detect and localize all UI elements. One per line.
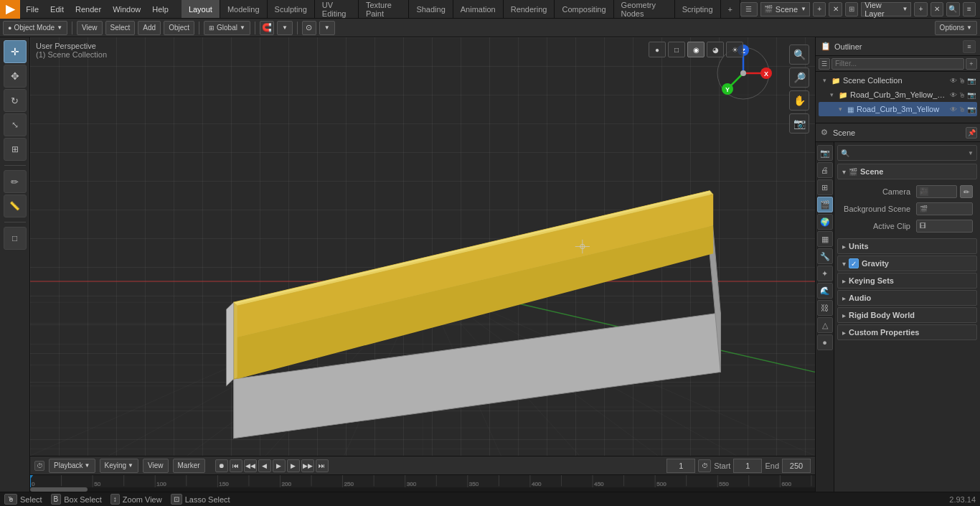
viewlayer-remove-btn[interactable]: ✕ [930,2,943,17]
prop-tab-scene[interactable]: 🎬 [817,197,833,212]
skip-to-end-btn[interactable]: ⏭ [316,459,329,472]
rigid-body-section[interactable]: ▸ Rigid Body World [837,307,977,323]
tab-shading[interactable]: Shading [409,0,453,18]
select-mouse-btn[interactable]: 🖱 [4,494,17,505]
activity-icon[interactable]: ☰ [740,2,758,17]
blender-logo[interactable]: ▶ [0,0,20,19]
tab-scripting[interactable]: Scripting [675,0,721,18]
scale-tool[interactable]: ⤡ [4,113,27,136]
tab-layout[interactable]: Layout [182,0,220,18]
skip-to-start-btn[interactable]: ⏮ [230,459,242,472]
outliner-road-curb-mesh[interactable]: ▾ ▦ Road_Curb_3m_Yellow 👁 🖱 📷 [819,102,977,116]
viewport-shader-btn[interactable]: ● [649,42,666,57]
timeline-icon[interactable]: ⏱ [34,461,44,471]
audio-section[interactable]: ▸ Audio [837,290,977,306]
outliner-view-options[interactable]: ☰ [819,58,830,70]
snap-options[interactable]: ▼ [277,21,293,35]
play-btn[interactable]: ▶ [273,459,286,472]
tab-uv-editing[interactable]: UV Editing [315,0,359,18]
camera-value[interactable]: 🎥 [916,185,957,198]
measure-tool[interactable]: 📏 [4,195,27,217]
start-frame-input[interactable] [733,459,762,473]
snap-toggle[interactable]: 🧲 [260,21,274,35]
prev-frame-btn[interactable]: ◀ [258,459,271,472]
annotate-tool[interactable]: ✏ [4,170,27,193]
zoom-out-btn[interactable]: 🔎 [789,67,809,88]
tab-modeling[interactable]: Modeling [220,0,268,18]
scene-remove-btn[interactable]: ✕ [829,2,842,17]
outliner-new-btn[interactable]: + [966,58,977,70]
rotate-tool[interactable]: ↻ [4,89,27,112]
filter-btn[interactable]: ≡ [963,2,976,17]
box-select-key-btn[interactable]: B [51,494,62,505]
tab-animation[interactable]: Animation [453,0,504,18]
viewlayer-selector[interactable]: View Layer ▼ [861,2,911,17]
transform-tool[interactable]: ⊞ [4,138,27,161]
transform-orientation[interactable]: ⊞ Global ▼ [204,21,250,35]
bg-scene-value[interactable]: 🎬 [916,202,973,215]
fps-btn[interactable]: ⏱ [698,459,711,472]
expand-icon-2[interactable]: ▾ [827,90,836,99]
prop-tab-world[interactable]: 🌍 [817,214,833,230]
render-icon-1[interactable]: 📷 [967,91,976,99]
eye-icon-2[interactable]: 👁 [950,106,957,113]
proportional-options[interactable]: ▼ [319,21,335,35]
prev-keyframe-btn[interactable]: ◀◀ [244,459,257,472]
eye-icon[interactable]: 👁 [950,77,957,85]
tab-texture-paint[interactable]: Texture Paint [359,0,410,18]
outliner-scene-collection[interactable]: ▾ 📁 Scene Collection 👁 🖱 📷 [819,73,977,88]
scene-add-btn[interactable]: + [813,2,826,17]
tab-geometry-nodes[interactable]: Geometry Nodes [614,0,675,18]
prop-tab-data[interactable]: △ [817,317,833,333]
outliner-search-input[interactable] [831,58,964,70]
options-btn[interactable]: Options ▼ [935,21,977,35]
prop-tab-output[interactable]: 🖨 [817,162,833,178]
global-search-btn[interactable]: 🔍 [946,2,959,17]
select-icon[interactable]: 🖱 [958,77,966,85]
prop-tab-object[interactable]: ▦ [817,231,833,247]
gravity-section[interactable]: ▾ ✓ Gravity [837,256,977,271]
scene-section-header[interactable]: ▾ 🎬 Scene [837,164,977,179]
outliner-filter-btn[interactable]: ≡ [963,40,976,53]
camera-view-btn[interactable]: 📷 [789,113,809,133]
proportional-edit[interactable]: ⊙ [302,21,316,35]
tab-rendering[interactable]: Rendering [504,0,555,18]
prop-tab-modifier[interactable]: 🔧 [817,248,833,264]
keying-btn[interactable]: Keying ▼ [100,459,139,473]
prop-tab-constraints[interactable]: ⛓ [817,300,833,316]
record-btn[interactable]: ⏺ [215,459,228,472]
render-icon-2[interactable]: 📷 [967,106,976,113]
lasso-key-btn[interactable]: ⊡ [171,494,182,505]
expand-icon-3[interactable]: ▾ [836,105,844,113]
active-clip-value[interactable]: 🎞 [916,220,973,233]
next-keyframe-btn[interactable]: ▶▶ [301,459,314,472]
menu-help[interactable]: Help [146,0,174,18]
zoom-key-btn[interactable]: ↕ [110,494,120,505]
move-tool[interactable]: ✥ [4,65,27,88]
keying-sets-section[interactable]: ▸ Keying Sets [837,273,977,289]
prop-tab-render[interactable]: 📷 [817,145,833,161]
camera-edit-btn[interactable]: ✏ [960,185,973,198]
object-menu[interactable]: Object [164,21,194,35]
menu-edit[interactable]: Edit [44,0,70,18]
viewport-material-btn[interactable]: ◕ [707,42,724,57]
next-frame-btn[interactable]: ▶ [287,459,300,472]
select-icon-2[interactable]: 🖱 [958,106,966,113]
viewlayer-add-btn[interactable]: + [914,2,927,17]
gravity-checkbox[interactable]: ✓ [849,258,859,268]
menu-window[interactable]: Window [107,0,146,18]
3d-viewport[interactable]: X Y Z 🔍 [30,37,815,456]
scene-selector[interactable]: 🎬 Scene ▼ [760,2,810,17]
tab-sculpting[interactable]: Sculpting [268,0,315,18]
marker-btn[interactable]: Marker [173,459,205,473]
outliner-road-curb-collection[interactable]: ▾ 📁 Road_Curb_3m_Yellow_001 👁 🖱 📷 [819,88,977,102]
prop-tab-material[interactable]: ● [817,334,833,350]
props-pin-btn[interactable]: 📌 [966,127,977,139]
eye-icon-1[interactable]: 👁 [950,91,957,99]
tab-add[interactable]: + [721,0,740,18]
zoom-in-btn[interactable]: 🔍 [789,44,809,65]
pan-btn[interactable]: ✋ [789,90,809,111]
prop-tab-particles[interactable]: ✦ [817,266,833,281]
select-menu[interactable]: Select [105,21,136,35]
object-mode-btn[interactable]: ● Object Mode ▼ [3,21,67,35]
